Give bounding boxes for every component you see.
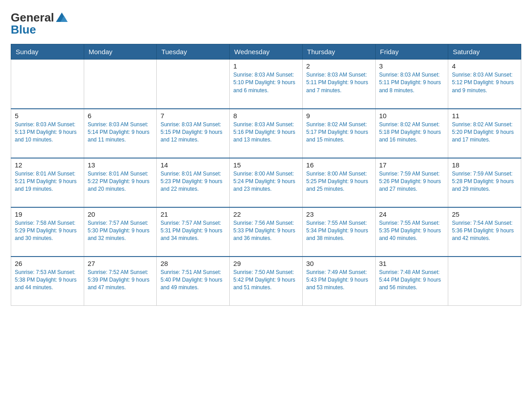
page-header: General Blue [11, 11, 521, 37]
calendar-cell [448, 257, 521, 306]
calendar-cell: 6Sunrise: 8:03 AM Sunset: 5:14 PM Daylig… [84, 109, 157, 158]
calendar-cell: 20Sunrise: 7:57 AM Sunset: 5:30 PM Dayli… [84, 207, 157, 257]
column-header-thursday: Thursday [302, 44, 375, 60]
day-number: 2 [306, 62, 372, 70]
day-number: 30 [306, 260, 372, 267]
day-info: Sunrise: 7:58 AM Sunset: 5:29 PM Dayligh… [15, 219, 80, 243]
calendar-header-row: SundayMondayTuesdayWednesdayThursdayFrid… [11, 44, 521, 60]
day-info: Sunrise: 7:55 AM Sunset: 5:35 PM Dayligh… [379, 219, 445, 243]
day-number: 1 [233, 62, 299, 70]
day-info: Sunrise: 8:03 AM Sunset: 5:11 PM Dayligh… [306, 71, 372, 94]
day-number: 17 [379, 161, 445, 169]
day-number: 31 [379, 260, 445, 267]
calendar-cell: 9Sunrise: 8:02 AM Sunset: 5:17 PM Daylig… [302, 109, 375, 158]
column-header-tuesday: Tuesday [157, 44, 230, 60]
calendar-week-4: 19Sunrise: 7:58 AM Sunset: 5:29 PM Dayli… [11, 207, 521, 257]
day-number: 20 [88, 210, 153, 218]
calendar-cell: 30Sunrise: 7:49 AM Sunset: 5:43 PM Dayli… [302, 257, 375, 306]
day-info: Sunrise: 7:50 AM Sunset: 5:42 PM Dayligh… [233, 269, 299, 292]
calendar-week-5: 26Sunrise: 7:53 AM Sunset: 5:38 PM Dayli… [11, 257, 521, 306]
day-number: 9 [306, 112, 372, 120]
day-info: Sunrise: 8:00 AM Sunset: 5:24 PM Dayligh… [233, 170, 299, 193]
day-number: 10 [379, 112, 445, 120]
day-number: 7 [160, 112, 226, 120]
day-number: 18 [452, 161, 517, 169]
day-info: Sunrise: 8:03 AM Sunset: 5:13 PM Dayligh… [15, 121, 80, 144]
logo-blue: Blue [11, 23, 36, 37]
day-info: Sunrise: 7:52 AM Sunset: 5:39 PM Dayligh… [88, 269, 153, 292]
column-header-wednesday: Wednesday [230, 44, 303, 60]
calendar-cell: 2Sunrise: 8:03 AM Sunset: 5:11 PM Daylig… [302, 60, 375, 109]
calendar-cell: 25Sunrise: 7:54 AM Sunset: 5:36 PM Dayli… [448, 207, 521, 257]
day-info: Sunrise: 8:03 AM Sunset: 5:16 PM Dayligh… [233, 121, 299, 144]
day-info: Sunrise: 7:57 AM Sunset: 5:31 PM Dayligh… [160, 219, 226, 243]
day-info: Sunrise: 7:51 AM Sunset: 5:40 PM Dayligh… [160, 269, 226, 292]
day-info: Sunrise: 7:54 AM Sunset: 5:36 PM Dayligh… [452, 219, 517, 243]
day-info: Sunrise: 8:03 AM Sunset: 5:12 PM Dayligh… [452, 71, 517, 94]
day-number: 27 [88, 260, 153, 267]
calendar-cell: 11Sunrise: 8:02 AM Sunset: 5:20 PM Dayli… [448, 109, 521, 158]
calendar-cell: 23Sunrise: 7:55 AM Sunset: 5:34 PM Dayli… [302, 207, 375, 257]
day-info: Sunrise: 7:59 AM Sunset: 5:26 PM Dayligh… [379, 170, 445, 193]
day-number: 11 [452, 112, 517, 120]
calendar-cell: 22Sunrise: 7:56 AM Sunset: 5:33 PM Dayli… [230, 207, 303, 257]
calendar-cell: 14Sunrise: 8:01 AM Sunset: 5:23 PM Dayli… [157, 158, 230, 207]
day-info: Sunrise: 8:03 AM Sunset: 5:15 PM Dayligh… [160, 121, 226, 144]
day-number: 24 [379, 210, 445, 218]
calendar-cell: 5Sunrise: 8:03 AM Sunset: 5:13 PM Daylig… [11, 109, 84, 158]
calendar-cell: 7Sunrise: 8:03 AM Sunset: 5:15 PM Daylig… [157, 109, 230, 158]
calendar-cell: 10Sunrise: 8:02 AM Sunset: 5:18 PM Dayli… [375, 109, 448, 158]
day-info: Sunrise: 8:02 AM Sunset: 5:20 PM Dayligh… [452, 121, 517, 144]
day-number: 22 [233, 210, 299, 218]
calendar-cell: 13Sunrise: 8:01 AM Sunset: 5:22 PM Dayli… [84, 158, 157, 207]
day-number: 21 [160, 210, 226, 218]
day-info: Sunrise: 8:01 AM Sunset: 5:23 PM Dayligh… [160, 170, 226, 193]
day-info: Sunrise: 8:00 AM Sunset: 5:25 PM Dayligh… [306, 170, 372, 193]
calendar-week-2: 5Sunrise: 8:03 AM Sunset: 5:13 PM Daylig… [11, 109, 521, 158]
day-number: 29 [233, 260, 299, 267]
day-number: 12 [15, 161, 80, 169]
calendar-table: SundayMondayTuesdayWednesdayThursdayFrid… [11, 44, 521, 306]
day-info: Sunrise: 7:48 AM Sunset: 5:44 PM Dayligh… [379, 269, 445, 292]
calendar-cell: 12Sunrise: 8:01 AM Sunset: 5:21 PM Dayli… [11, 158, 84, 207]
calendar-cell: 17Sunrise: 7:59 AM Sunset: 5:26 PM Dayli… [375, 158, 448, 207]
calendar-cell [84, 60, 157, 109]
day-number: 6 [88, 112, 153, 120]
calendar-cell: 27Sunrise: 7:52 AM Sunset: 5:39 PM Dayli… [84, 257, 157, 306]
day-number: 28 [160, 260, 226, 267]
calendar-cell: 4Sunrise: 8:03 AM Sunset: 5:12 PM Daylig… [448, 60, 521, 109]
calendar-cell: 16Sunrise: 8:00 AM Sunset: 5:25 PM Dayli… [302, 158, 375, 207]
day-info: Sunrise: 7:55 AM Sunset: 5:34 PM Dayligh… [306, 219, 372, 243]
day-number: 14 [160, 161, 226, 169]
day-number: 8 [233, 112, 299, 120]
column-header-monday: Monday [84, 44, 157, 60]
day-info: Sunrise: 8:01 AM Sunset: 5:22 PM Dayligh… [88, 170, 153, 193]
column-header-friday: Friday [375, 44, 448, 60]
day-number: 5 [15, 112, 80, 120]
logo: General Blue [11, 11, 69, 37]
day-info: Sunrise: 7:53 AM Sunset: 5:38 PM Dayligh… [15, 269, 80, 292]
day-info: Sunrise: 7:57 AM Sunset: 5:30 PM Dayligh… [88, 219, 153, 243]
day-info: Sunrise: 8:03 AM Sunset: 5:11 PM Dayligh… [379, 71, 445, 94]
calendar-cell: 26Sunrise: 7:53 AM Sunset: 5:38 PM Dayli… [11, 257, 84, 306]
calendar-week-3: 12Sunrise: 8:01 AM Sunset: 5:21 PM Dayli… [11, 158, 521, 207]
day-info: Sunrise: 8:01 AM Sunset: 5:21 PM Dayligh… [15, 170, 80, 193]
calendar-week-1: 1Sunrise: 8:03 AM Sunset: 5:10 PM Daylig… [11, 60, 521, 109]
calendar-cell: 24Sunrise: 7:55 AM Sunset: 5:35 PM Dayli… [375, 207, 448, 257]
day-info: Sunrise: 8:03 AM Sunset: 5:14 PM Dayligh… [88, 121, 153, 144]
day-number: 25 [452, 210, 517, 218]
day-number: 13 [88, 161, 153, 169]
day-info: Sunrise: 8:02 AM Sunset: 5:18 PM Dayligh… [379, 121, 445, 144]
calendar-cell: 8Sunrise: 8:03 AM Sunset: 5:16 PM Daylig… [230, 109, 303, 158]
day-number: 19 [15, 210, 80, 218]
calendar-cell [157, 60, 230, 109]
calendar-cell: 21Sunrise: 7:57 AM Sunset: 5:31 PM Dayli… [157, 207, 230, 257]
column-header-saturday: Saturday [448, 44, 521, 60]
day-number: 26 [15, 260, 80, 267]
logo-triangle-icon [55, 11, 69, 25]
day-number: 23 [306, 210, 372, 218]
day-number: 4 [452, 62, 517, 70]
calendar-cell: 28Sunrise: 7:51 AM Sunset: 5:40 PM Dayli… [157, 257, 230, 306]
column-header-sunday: Sunday [11, 44, 84, 60]
day-number: 3 [379, 62, 445, 70]
